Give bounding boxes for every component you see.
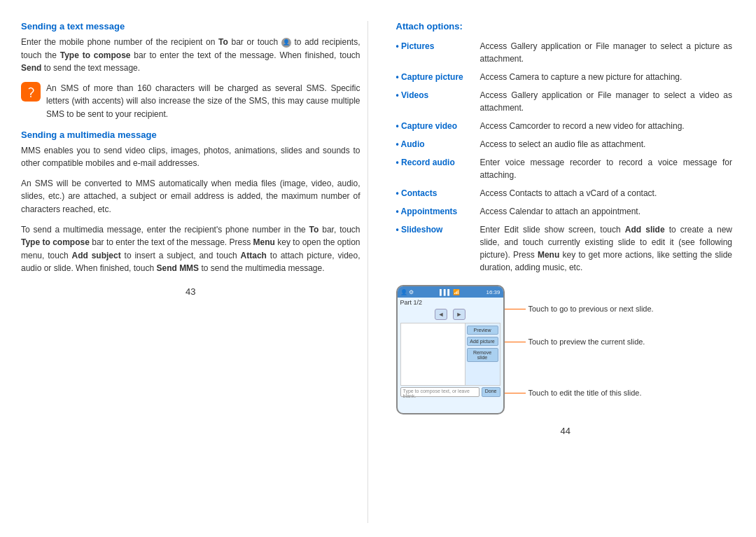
record-audio-label: Record audio xyxy=(396,158,455,167)
videos-desc: Access Gallery application or File manag… xyxy=(480,88,736,118)
callout-3-text: Touch to edit the title of this slide. xyxy=(528,389,642,397)
callout-2-text: Touch to preview the current slide. xyxy=(528,337,645,346)
phone-status-bar: 👤 ⚙ ▌▌▌ 📶 16:39 xyxy=(398,286,503,298)
section1-title: Sending a text message xyxy=(21,21,360,32)
attach-row-pictures: Pictures Access Gallery application or F… xyxy=(396,39,736,69)
attach-row-videos: Videos Access Gallery application or Fil… xyxy=(396,88,736,118)
attach-row-audio: Audio Access to select an audio file as … xyxy=(396,137,736,155)
callout-2: Touch to preview the current slide. xyxy=(505,337,645,346)
phone-content-area: Preview Add picture Remove slide xyxy=(400,323,500,386)
attach-row-record-audio: Record audio Enter voice message recorde… xyxy=(396,155,736,186)
phone-nav-row: ◄ ► xyxy=(398,307,503,321)
phone-preview-btn[interactable]: Preview xyxy=(467,326,498,335)
attach-row-appointments: Appointments Access Calendar to attach a… xyxy=(396,204,736,222)
right-page-number: 44 xyxy=(396,426,736,436)
phone-input[interactable]: Type to compose text, or leave blank. xyxy=(400,387,479,397)
callout-3-line xyxy=(505,393,526,393)
note-icon xyxy=(21,82,41,102)
phone-done-btn[interactable]: Done xyxy=(482,387,500,397)
left-page-number: 43 xyxy=(21,286,360,297)
note-text: An SMS of more than 160 characters will … xyxy=(46,82,360,121)
attach-options-title: Attach options: xyxy=(396,21,736,32)
phone-area: 👤 ⚙ ▌▌▌ 📶 16:39 Part 1/2 ◄ ► Preview Add… xyxy=(396,285,736,414)
section2-para2: An SMS will be converted to MMS automati… xyxy=(21,177,360,216)
callout-2-line xyxy=(505,342,526,342)
phone-next-btn[interactable]: ► xyxy=(453,309,465,320)
pictures-label: Pictures xyxy=(396,41,435,51)
section2-para1: MMS enables you to send video clips, ima… xyxy=(21,144,360,170)
phone-part-label: Part 1/2 xyxy=(398,298,503,307)
section1-para1: Enter the mobile phone number of the rec… xyxy=(21,36,360,75)
phone-prev-btn[interactable]: ◄ xyxy=(435,309,447,320)
audio-label: Audio xyxy=(396,139,425,149)
callout-1-line xyxy=(505,309,526,309)
contacts-label: Contacts xyxy=(396,188,438,198)
audio-desc: Access to select an audio file as attach… xyxy=(480,137,736,155)
capture-picture-desc: Access Camera to capture a new picture f… xyxy=(480,69,736,88)
note-box: An SMS of more than 160 characters will … xyxy=(21,82,360,121)
callout-1-text: Touch to go to previous or next slide. xyxy=(528,305,654,313)
capture-picture-label: Capture picture xyxy=(396,72,463,82)
slideshow-label: Slideshow xyxy=(396,225,443,235)
phone-time: 16:39 xyxy=(486,289,500,295)
phone-footer: Type to compose text, or leave blank. Do… xyxy=(400,387,500,397)
attach-table: Pictures Access Gallery application or F… xyxy=(396,39,736,278)
section2-para3: To send a multimedia message, enter the … xyxy=(21,223,360,275)
appointments-desc: Access Calendar to attach an appointment… xyxy=(480,204,736,222)
left-page: Sending a text message Enter the mobile … xyxy=(14,21,368,523)
phone-mockup: 👤 ⚙ ▌▌▌ 📶 16:39 Part 1/2 ◄ ► Preview Add… xyxy=(396,285,505,414)
capture-video-label: Capture video xyxy=(396,121,458,131)
capture-video-desc: Access Camcorder to record a new video f… xyxy=(480,118,736,137)
contacts-desc: Access Contacts to attach a vCard of a c… xyxy=(480,186,736,204)
phone-remove-btn[interactable]: Remove slide xyxy=(467,348,498,362)
appointments-label: Appointments xyxy=(396,207,458,216)
phone-add-btn[interactable]: Add picture xyxy=(467,337,498,346)
right-page: Attach options: Pictures Access Gallery … xyxy=(389,21,743,523)
attach-row-capture-video: Capture video Access Camcorder to record… xyxy=(396,118,736,137)
attach-row-capture-picture: Capture picture Access Camera to capture… xyxy=(396,69,736,88)
videos-label: Videos xyxy=(396,90,429,100)
phone-sidebar: Preview Add picture Remove slide xyxy=(465,323,500,385)
phone-signal: ▌▌▌ 📶 xyxy=(440,289,460,295)
slideshow-desc: Enter Edit slide show screen, touch Add … xyxy=(480,222,736,278)
record-audio-desc: Enter voice message recorder to record a… xyxy=(480,155,736,186)
attach-row-slideshow: Slideshow Enter Edit slide show screen, … xyxy=(396,222,736,278)
callout-1: Touch to go to previous or next slide. xyxy=(505,305,654,313)
callout-3: Touch to edit the title of this slide. xyxy=(505,389,642,397)
pictures-desc: Access Gallery application or File manag… xyxy=(480,39,736,69)
attach-row-contacts: Contacts Access Contacts to attach a vCa… xyxy=(396,186,736,204)
phone-icons: 👤 ⚙ xyxy=(400,289,414,295)
svg-point-1 xyxy=(30,96,31,97)
section2-title: Sending a multimedia message xyxy=(21,130,360,140)
